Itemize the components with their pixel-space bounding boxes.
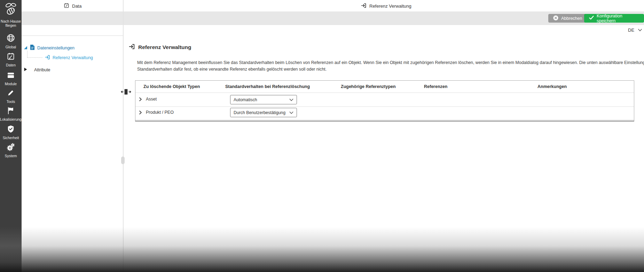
language-selector[interactable]: DE	[628, 27, 642, 33]
object-type-name: Asset	[146, 97, 157, 102]
splitter-resize-handle[interactable]	[120, 89, 132, 95]
bottom-gradient-overlay	[0, 227, 644, 272]
tree-node-attribute[interactable]: Attribute	[24, 67, 50, 72]
language-bar	[22, 25, 644, 36]
sign-in-icon	[45, 55, 50, 61]
table-row-divider	[135, 106, 634, 107]
pencil-icon	[0, 89, 22, 98]
tree-node-label: Dateneinstellungen	[37, 46, 74, 50]
language-value: DE	[628, 27, 634, 33]
sidebar-item-lokalisierung[interactable]: Lokalisierung	[0, 106, 22, 121]
chevron-down-icon	[289, 97, 293, 102]
tree-connector-vertical	[27, 51, 28, 57]
chevron-down-icon	[289, 110, 293, 115]
expand-row-icon[interactable]	[139, 97, 143, 103]
behavior-select[interactable]: Durch Benutzerbestätigung	[230, 108, 297, 117]
scrollbar-thumb[interactable]	[121, 157, 125, 164]
save-configuration-button[interactable]: Konfiguration speichern	[584, 14, 644, 23]
tree-node-referenz-verwaltung[interactable]: Referenz Verwaltung	[45, 55, 93, 61]
tree-node-label: Referenz Verwaltung	[53, 55, 93, 60]
tab-data-label: Data	[72, 3, 81, 9]
save-button-label: Konfiguration speichern	[597, 14, 639, 23]
document-icon	[30, 45, 35, 51]
tree-expander-collapsed-icon[interactable]	[24, 67, 27, 72]
sidebar-item-daten[interactable]: Daten	[0, 52, 22, 67]
sidebar: Nach Hause fliegen Global Daten	[0, 0, 22, 272]
sidebar-item-tools[interactable]: Tools	[0, 89, 22, 104]
sidebar-label-daten: Daten	[0, 63, 22, 67]
reference-settings-table: Zu löschende Objekt Typen Standardverhal…	[135, 80, 634, 121]
column-header-notes: Anmerkungen	[537, 81, 567, 93]
globe-icon	[0, 33, 22, 44]
sidebar-label-tools: Tools	[0, 99, 22, 104]
cancel-circle-x-icon	[553, 15, 558, 22]
sidebar-item-system[interactable]: System	[0, 143, 22, 158]
object-type-name: Produkt / PEO	[146, 110, 174, 115]
window-icon	[0, 71, 22, 81]
panel-divider[interactable]	[123, 0, 124, 272]
calendar-edit-icon	[0, 52, 22, 62]
sidebar-label-lokalisierung: Lokalisierung	[0, 117, 22, 121]
sidebar-label-system: System	[0, 154, 22, 158]
column-header-default-behavior: Standardverhalten bei Referenzlöschung	[225, 81, 310, 93]
table-row-divider	[135, 119, 634, 120]
description-line2: Standardverhalten dafür fest, ob eine ve…	[137, 66, 327, 72]
chevron-down-icon	[638, 27, 642, 33]
expand-row-icon[interactable]	[139, 110, 143, 116]
check-icon	[589, 16, 594, 21]
tree-connector-horizontal	[27, 57, 42, 58]
top-page-title-label: Referenz Verwaltung	[369, 3, 411, 9]
sidebar-item-sicherheit[interactable]: Sicherheit	[0, 125, 22, 140]
sidebar-label-global: Global	[0, 45, 22, 49]
sign-in-icon	[129, 43, 135, 51]
table-header-divider	[135, 93, 634, 93]
column-header-references: Referenzen	[424, 81, 447, 93]
cancel-button[interactable]: Abbrechen	[548, 14, 587, 23]
behavior-select-value: Automatisch	[234, 97, 257, 102]
cancel-button-label: Abbrechen	[561, 16, 582, 21]
bee-logo-icon	[0, 2, 22, 18]
top-page-title: Referenz Verwaltung	[361, 3, 411, 9]
app-window: Nach Hause fliegen Global Daten	[0, 0, 644, 272]
sidebar-label-sicherheit: Sicherheit	[0, 136, 22, 140]
top-tab-bar	[22, 0, 644, 11]
column-header-reference-types: Zugehörige Referenztypen	[341, 81, 396, 93]
column-header-object-types: Zu löschende Objekt Typen	[143, 81, 200, 93]
flag-icon	[0, 106, 22, 116]
tree-node-label: Attribute	[34, 67, 50, 72]
behavior-select-value: Durch Benutzerbestätigung	[234, 110, 285, 115]
tree-node-dateneinstellungen[interactable]: Dateneinstellungen	[24, 45, 74, 51]
logo-label-line1: Nach Hause	[0, 19, 22, 23]
page-heading-label: Referenz Verwaltung	[138, 44, 191, 50]
behavior-select[interactable]: Automatisch	[230, 95, 297, 104]
sidebar-item-global[interactable]: Global	[0, 33, 22, 49]
sidebar-label-module: Module	[0, 82, 22, 86]
sign-in-icon	[361, 3, 367, 9]
tree-expander-expanded-icon[interactable]	[24, 46, 28, 50]
description-line1: Mit dem Referenz Management beeinflussen…	[137, 59, 644, 66]
app-logo[interactable]: Nach Hause fliegen	[0, 2, 22, 27]
tree-panel-top-border	[22, 35, 123, 36]
gears-icon	[0, 143, 22, 153]
tab-data[interactable]: Data	[64, 3, 81, 9]
calendar-edit-icon	[64, 3, 69, 9]
shield-check-icon	[0, 125, 22, 135]
logo-label-line2: fliegen	[0, 23, 22, 27]
page-heading: Referenz Verwaltung	[129, 43, 191, 51]
sidebar-item-module[interactable]: Module	[0, 71, 22, 86]
